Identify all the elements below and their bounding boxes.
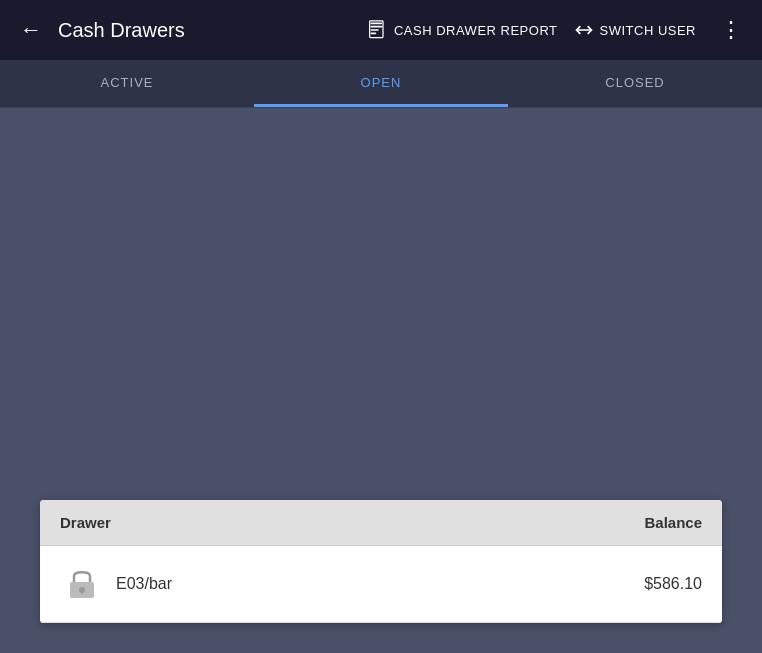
tab-closed-label: CLOSED [605,75,664,90]
top-actions: CASH DRAWER REPORT SWITCH USER ⋮ [368,13,750,47]
report-icon [368,20,388,40]
cash-drawer-report-button[interactable]: CASH DRAWER REPORT [368,20,558,40]
tab-open[interactable]: OPEN [254,60,508,107]
drawer-balance: $586.10 [644,575,702,593]
svg-rect-1 [370,26,382,28]
back-button[interactable]: ← [12,9,50,51]
back-icon: ← [20,17,42,43]
tab-closed[interactable]: CLOSED [508,60,762,107]
switch-user-button[interactable]: SWITCH USER [574,20,697,40]
top-bar: ← Cash Drawers CASH DRAWER REPORT [0,0,762,60]
svg-rect-3 [370,33,376,35]
svg-rect-8 [81,590,83,594]
table-row[interactable]: E03/bar $586.10 [40,546,722,623]
tab-bar: ACTIVE OPEN CLOSED [0,60,762,108]
svg-rect-2 [370,29,378,31]
report-label: CASH DRAWER REPORT [394,23,558,38]
switch-user-label: SWITCH USER [600,23,697,38]
drawer-lock-icon-wrap [60,562,104,606]
svg-rect-0 [370,23,382,25]
switch-user-icon [574,20,594,40]
table-header: Drawer Balance [40,500,722,546]
page-title: Cash Drawers [58,19,368,42]
tab-active[interactable]: ACTIVE [0,60,254,107]
drawer-table: Drawer Balance E03/bar $586.10 [40,500,722,623]
col-drawer-header: Drawer [60,514,644,531]
more-icon: ⋮ [720,17,742,42]
tab-open-label: OPEN [361,75,402,90]
main-content: Drawer Balance E03/bar $586.10 [0,108,762,653]
tab-active-label: ACTIVE [101,75,154,90]
more-options-button[interactable]: ⋮ [712,13,750,47]
lock-open-icon [64,566,100,602]
col-balance-header: Balance [644,514,702,531]
drawer-name: E03/bar [116,575,644,593]
